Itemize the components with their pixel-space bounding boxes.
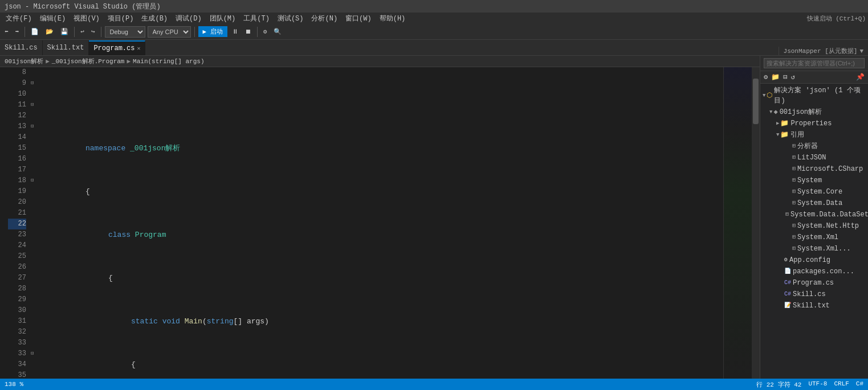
toolbar-misc1[interactable]: ⚙ xyxy=(261,27,270,36)
collapse-namespace[interactable]: ⊟ xyxy=(31,78,39,89)
menu-tools[interactable]: 工具(T) xyxy=(240,13,273,24)
program-cs-icon: C# xyxy=(784,278,791,288)
tree-program-cs[interactable]: C# Program.cs xyxy=(760,277,868,289)
minimap xyxy=(723,67,752,379)
menu-view[interactable]: 视图(V) xyxy=(70,13,103,24)
menu-debug[interactable]: 调试(D) xyxy=(172,13,205,24)
scrollbar-thumb[interactable] xyxy=(753,79,759,124)
quick-launch[interactable]: 快速启动 (Ctrl+Q) xyxy=(807,14,866,23)
tree-ref-system-data-ext[interactable]: ⊞ System.Data.DataSetExt... xyxy=(760,209,868,220)
breadcrumb-project[interactable]: 001json解析 xyxy=(5,57,43,65)
breadcrumb-class[interactable]: _001json解析.Program xyxy=(52,57,125,65)
toolbar-pause[interactable]: ⏸ xyxy=(230,27,241,36)
solution-search-input[interactable] xyxy=(767,60,862,67)
code-line-11: class Program xyxy=(41,219,723,229)
toolbar-sep5 xyxy=(257,27,258,37)
ref-icon2: ⊞ xyxy=(792,153,796,163)
toolbar-stop[interactable]: ⏹ xyxy=(243,27,254,36)
toolbar-show-files-btn[interactable]: 📁 xyxy=(770,73,781,81)
config-dropdown[interactable]: Debug Release xyxy=(105,26,145,38)
menu-help[interactable]: 帮助(H) xyxy=(376,13,409,24)
toolbar-pin-btn[interactable]: 📌 xyxy=(855,73,866,81)
code-line-10: { xyxy=(41,175,723,186)
tab-label-skill-cs: Skill.cs xyxy=(5,44,38,52)
platform-dropdown[interactable]: Any CPU xyxy=(148,26,191,38)
toolbar-undo[interactable]: ↩ xyxy=(78,27,87,36)
tab-skill-cs[interactable]: Skill.cs xyxy=(0,40,43,55)
code-line-8 xyxy=(41,89,723,100)
main-layout: 001json解析 ▶ _001json解析.Program ▶ Main(st… xyxy=(0,56,868,379)
ref-icon9: ⊞ xyxy=(792,232,796,243)
ref-systemdata-label: System.Data xyxy=(797,198,842,208)
tree-project[interactable]: ▼ ◆ 001json解析 xyxy=(760,106,868,118)
tree-ref-csharp[interactable]: ⊞ Microsoft.CSharp xyxy=(760,163,868,175)
toolbar-save[interactable]: 💾 xyxy=(58,27,71,36)
references-label: 引用 xyxy=(790,130,804,140)
tree-references-folder[interactable]: ▼ 📁 引用 xyxy=(760,129,868,141)
menu-file[interactable]: 文件(F) xyxy=(2,13,35,24)
code-line-12: { xyxy=(41,262,723,273)
tree-ref-system[interactable]: ⊞ System xyxy=(760,175,868,186)
tree-properties[interactable]: ▶ 📁 Properties xyxy=(760,118,868,129)
collapse-foreach1[interactable]: ⊟ xyxy=(31,175,39,186)
appconfig-icon: ⚙ xyxy=(784,255,788,265)
tab-skill-txt[interactable]: Skill.txt xyxy=(43,40,89,55)
toolbar-sep2 xyxy=(74,27,75,37)
tree-ref-system-core[interactable]: ⊞ System.Core xyxy=(760,186,868,198)
collapse-foreach2[interactable]: ⊟ xyxy=(31,348,39,359)
tree-ref-analyzer[interactable]: ⊞ 分析器 xyxy=(760,141,868,152)
toolbar-collapse-btn[interactable]: ⊟ xyxy=(782,73,788,81)
code-content[interactable]: namespace _001json解析 { class Program { s… xyxy=(39,67,723,379)
right-panel-tab-arrow[interactable]: ▼ xyxy=(859,48,863,55)
code-panel: 001json解析 ▶ _001json解析.Program ▶ Main(st… xyxy=(0,56,760,379)
tree-ref-litjson[interactable]: ⊞ LitJSON xyxy=(760,152,868,163)
toolbar-back[interactable]: ⬅ xyxy=(2,27,11,36)
toolbar-open[interactable]: 📂 xyxy=(43,27,56,36)
toolbar-properties-btn[interactable]: ⚙ xyxy=(763,73,769,81)
tab-close-program-cs[interactable]: ✕ xyxy=(137,45,140,52)
ref-analyzer-label: 分析器 xyxy=(797,141,818,151)
menu-project[interactable]: 项目(P) xyxy=(104,13,137,24)
run-button[interactable]: ▶ 启动 xyxy=(198,26,227,37)
collapse-column: ⊟ ⊟ ⊟ ⊟ xyxy=(31,67,39,379)
ref-icon10: ⊞ xyxy=(792,244,796,254)
skill-cs-label: Skill.cs xyxy=(793,289,826,299)
tree-ref-system-nethttp[interactable]: ⊞ System.Net.Http xyxy=(760,220,868,232)
collapse-class[interactable]: ⊟ xyxy=(31,100,39,110)
tree-ref-system-xml2[interactable]: ⊞ System.Xml... xyxy=(760,243,868,254)
tree-packages[interactable]: 📄 packages.con... xyxy=(760,266,868,277)
menu-analyze[interactable]: 分析(N) xyxy=(308,13,341,24)
right-panel-tab[interactable]: JsonMapper [从元数据] ▼ xyxy=(779,47,868,55)
packages-icon: 📄 xyxy=(784,266,791,277)
tree-appconfig[interactable]: ⚙ App.config xyxy=(760,254,868,266)
breadcrumb-sep2: ▶ xyxy=(127,58,131,65)
tree-skill-txt[interactable]: 📝 Skill.txt xyxy=(760,300,868,311)
tree-ref-system-data[interactable]: ⊞ System.Data xyxy=(760,198,868,209)
menu-edit[interactable]: 编辑(E) xyxy=(36,13,70,24)
toolbar-forward[interactable]: ➡ xyxy=(13,27,22,36)
status-zoom[interactable]: 138 % xyxy=(5,381,23,388)
menu-team[interactable]: 团队(M) xyxy=(206,13,239,24)
toolbar-redo[interactable]: ↪ xyxy=(89,27,97,36)
toolbar-new[interactable]: 📄 xyxy=(28,27,41,36)
vertical-scrollbar[interactable] xyxy=(752,67,760,379)
status-left: 138 % xyxy=(5,381,23,388)
ref-nethttp-label: System.Net.Http xyxy=(797,221,859,231)
status-lang: C# xyxy=(856,380,863,389)
tab-program-cs[interactable]: Program.cs ✕ xyxy=(89,40,145,55)
tree-skill-cs[interactable]: C# Skill.cs xyxy=(760,289,868,300)
collapse-method[interactable]: ⊟ xyxy=(31,121,39,132)
menu-test[interactable]: 测试(S) xyxy=(274,13,307,24)
code-line-13: static void Main(string[] args) xyxy=(41,305,723,316)
toolbar-misc2[interactable]: 🔍 xyxy=(271,27,284,36)
tree-solution[interactable]: ▼ ⬡ 解决方案 'json' (1 个项目) xyxy=(760,85,868,106)
properties-icon: 📁 xyxy=(780,118,789,129)
code-editor[interactable]: 8 9 10 11 12 13 14 15 16 17 18 19 20 21 … xyxy=(0,67,760,379)
menu-build[interactable]: 生成(B) xyxy=(138,13,171,24)
menu-window[interactable]: 窗口(W) xyxy=(342,13,375,24)
solution-toolbar: ⚙ 📁 ⊟ ↺ 📌 xyxy=(760,71,868,84)
tree-ref-system-xml[interactable]: ⊞ System.Xml xyxy=(760,232,868,243)
toolbar-refresh-btn[interactable]: ↺ xyxy=(789,73,796,81)
breadcrumb-method[interactable]: Main(string[] args) xyxy=(133,58,204,65)
breadcrumb-sep1: ▶ xyxy=(46,58,50,65)
